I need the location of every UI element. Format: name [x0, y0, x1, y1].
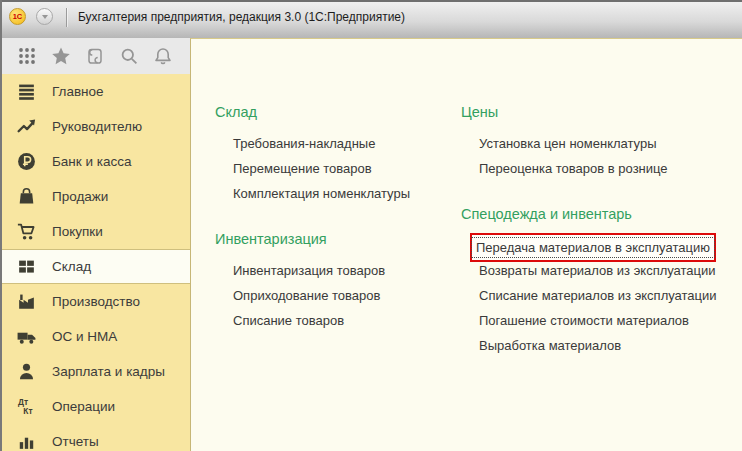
sidebar-item-label: Руководителю — [52, 119, 142, 134]
command-link-vyrabotka-materialov[interactable]: Выработка материалов — [461, 333, 734, 358]
sidebar-item-rukovoditelyu[interactable]: Руководителю — [0, 109, 190, 144]
sidebar-item-label: Отчеты — [52, 434, 99, 449]
barchart-icon — [16, 431, 37, 451]
sections-sidebar: ГлавноеРуководителюБанк и кассаПродажиПо… — [0, 74, 190, 451]
command-link-spisanie-materialov-iz-ekspluatatsii[interactable]: Списание материалов из эксплуатации — [461, 283, 734, 308]
bag-icon — [16, 186, 37, 207]
app-window: 1С Бухгалтерия предприятия, редакция 3.0… — [0, 0, 742, 451]
section-sklad: СкладТребования-накладныеПеремещение тов… — [215, 102, 461, 206]
command-link-peremeshchenie-tovarov[interactable]: Перемещение товаров — [215, 156, 461, 181]
section-title-sklad: Склад — [215, 102, 461, 122]
apps-grid-icon[interactable] — [16, 45, 38, 67]
sidebar-item-proizvodstvo[interactable]: Производство — [0, 284, 190, 319]
section-title-inventarizatsiya: Инвентаризация — [215, 229, 461, 249]
ruble-icon — [16, 151, 37, 172]
panel-tools-toolbar — [0, 38, 190, 74]
command-link-label: Передача материалов в эксплуатацию — [472, 238, 714, 257]
section-inventarizatsiya: ИнвентаризацияИнвентаризация товаровОпри… — [215, 229, 461, 333]
section-commands-panel: СкладТребования-накладныеПеремещение тов… — [190, 38, 742, 451]
command-link-inventarizatsiya-tovarov[interactable]: Инвентаризация товаров — [215, 258, 461, 283]
sidebar-item-operatsii[interactable]: ДтКтОперации — [0, 389, 190, 424]
main-menu-button[interactable] — [36, 8, 53, 25]
section-title-spetsodezhda-i-inventar: Спецодежда и инвентарь — [461, 204, 734, 224]
truck-icon — [16, 326, 37, 347]
titlebar-separator — [66, 8, 67, 27]
sidebar-item-label: Зарплата и кадры — [52, 364, 165, 379]
sidebar-item-prodazhi[interactable]: Продажи — [0, 179, 190, 214]
window-titlebar: 1С Бухгалтерия предприятия, редакция 3.0… — [0, 0, 742, 38]
sidebar-item-pokupki[interactable]: Покупки — [0, 214, 190, 249]
sidebar-item-label: Склад — [52, 259, 91, 274]
hamburger-icon — [16, 81, 37, 102]
command-link-spisanie-tovarov[interactable]: Списание товаров — [215, 308, 461, 333]
command-link-oprikhodovanie-tovarov[interactable]: Оприходование товаров — [215, 283, 461, 308]
sidebar-item-label: Производство — [52, 294, 140, 309]
sidebar-item-glavnoe[interactable]: Главное — [0, 74, 190, 109]
command-link-ustanovka-tsen-nomenklatury[interactable]: Установка цен номенклатуры — [461, 131, 734, 156]
sidebar-item-label: Покупки — [52, 224, 103, 239]
command-link-trebovaniya-nakladnye[interactable]: Требования-накладные — [215, 131, 461, 156]
sidebar-item-label: ОС и НМА — [52, 329, 117, 344]
factory-icon — [16, 291, 37, 312]
command-link-pereotsenka-tovarov-v-roznitse[interactable]: Переоценка товаров в рознице — [461, 156, 734, 181]
window-left-border — [0, 0, 2, 451]
section-spetsodezhda-i-inventar: Спецодежда и инвентарьПередача материало… — [461, 204, 734, 358]
chevron-down-icon — [42, 15, 48, 19]
dtkt-icon: ДтКт — [16, 396, 37, 417]
sidebar-item-label: Банк и касса — [52, 154, 132, 169]
history-scroll-icon[interactable] — [84, 45, 106, 67]
notifications-bell-icon[interactable] — [152, 45, 174, 67]
sidebar-item-otchety[interactable]: Отчеты — [0, 424, 190, 451]
1c-logo-icon: 1С — [9, 8, 26, 25]
sidebar-item-bank-i-kassa[interactable]: Банк и касса — [0, 144, 190, 179]
command-link-komplektatsiya-nomenklatury[interactable]: Комплектация номенклатуры — [215, 181, 461, 206]
sidebar-item-os-i-nma[interactable]: ОС и НМА — [0, 319, 190, 354]
person-icon — [16, 361, 37, 382]
command-link-pogashenie-stoimosti-materialov[interactable]: Погашение стоимости материалов — [461, 308, 734, 333]
search-icon[interactable] — [118, 45, 140, 67]
cart-icon — [16, 221, 37, 242]
sidebar-item-label: Продажи — [52, 189, 108, 204]
sidebar-item-sklad[interactable]: Склад — [0, 249, 190, 284]
command-link-peredacha-materialov-v-ekspluatatsiyu[interactable]: Передача материалов в эксплуатацию — [461, 233, 734, 258]
sidebar-item-zarplata-i-kadry[interactable]: Зарплата и кадры — [0, 354, 190, 389]
section-tseny: ЦеныУстановка цен номенклатурыПереоценка… — [461, 102, 734, 181]
sidebar-item-label: Главное — [52, 84, 104, 99]
window-title: Бухгалтерия предприятия, редакция 3.0 (1… — [78, 8, 405, 26]
boxes-icon — [16, 256, 37, 277]
commands-column-2: ЦеныУстановка цен номенклатурыПереоценка… — [461, 102, 734, 451]
section-title-tseny: Цены — [461, 102, 734, 122]
commands-column-1: СкладТребования-накладныеПеремещение тов… — [215, 102, 461, 451]
favorites-star-icon[interactable] — [50, 45, 72, 67]
sidebar-item-label: Операции — [52, 399, 115, 414]
svg-text:Кт: Кт — [23, 406, 32, 416]
command-link-vozvraty-materialov-iz-ekspluatatsii[interactable]: Возвраты материалов из эксплуатации — [461, 258, 734, 283]
trend-icon — [16, 116, 37, 137]
